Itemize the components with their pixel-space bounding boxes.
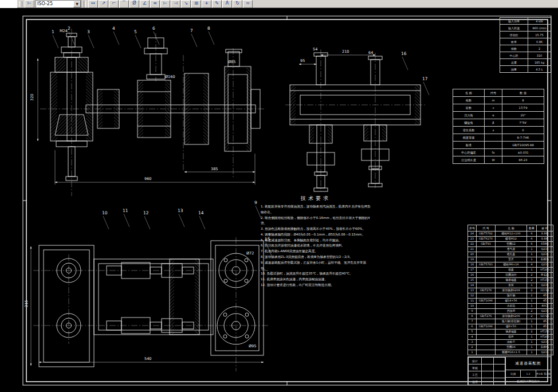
sheet-count: 共1张 第1张 xyxy=(536,370,551,377)
table-header-row: 名 称代号数 值 xyxy=(453,89,544,97)
quick-dimension-button[interactable]: ≡ xyxy=(150,0,160,8)
table-row: 级数2 xyxy=(500,45,551,52)
drawing-canvas[interactable]: 96038532021095Ø160Ø85M24540215Ø72Ø955464… xyxy=(0,8,558,392)
table-row: 审核 xyxy=(469,364,505,371)
toolbar: ⊢ ISO-25 ▼ ↔↗⌐⌒Ø∠≡⊢⊣↘⊞+✎A↻≈ xyxy=(0,0,558,8)
callout-leader-line xyxy=(124,214,129,227)
baseline-dimension-button[interactable]: ⊢ xyxy=(160,0,170,8)
dimension-label: M24 xyxy=(60,29,68,33)
table-row: 批准 xyxy=(469,378,505,385)
table-row: 螺旋角β7°59′ xyxy=(453,119,544,127)
table-row: 23GB/T6170螺母M1268.8级 xyxy=(468,237,553,242)
bom-table: 序号代 号名 称数量材 料备注24GB/T5782螺栓M12×10068.8级2… xyxy=(467,225,553,355)
table-row: 压力角α20° xyxy=(453,112,544,119)
diameter-dimension-button[interactable]: Ø xyxy=(129,0,139,8)
dimension-text-edit-button[interactable]: A xyxy=(222,0,232,8)
callout-leader-line xyxy=(402,57,408,70)
tech-requirement-item: 3. 用涂色法检验齿面接触斑点，按齿高不小于45%，按齿长不小于60%。 xyxy=(261,226,371,232)
dimension-label: 215 xyxy=(24,300,29,307)
tech-requirements-title: 技术要求 xyxy=(261,195,371,202)
part-callout: 10 xyxy=(102,210,108,215)
table-header-row: 序号代 号名 称数量材 料备注 xyxy=(468,225,553,232)
toolbar-buttons: ↔↗⌐⌒Ø∠≡⊢⊣↘⊞+✎A↻≈ xyxy=(88,0,253,8)
part-callout: 2 xyxy=(68,26,70,31)
tolerance-button[interactable]: ⊞ xyxy=(191,0,201,8)
table-row: 油量4.5 L xyxy=(500,66,551,73)
table-row: 18GB/T5783螺栓M6×164Q235 xyxy=(468,262,553,268)
table-row: 工艺 xyxy=(469,371,505,378)
table-row: 10大齿轮140Cr xyxy=(468,304,553,309)
callout-leader-line xyxy=(113,32,119,45)
side-section-view xyxy=(290,53,421,191)
table-row: 模数m8 xyxy=(453,97,544,104)
combobox-arrow-icon[interactable]: ▼ xyxy=(73,1,81,7)
tech-requirement-item: 11. 机体表面涂灰色油漆，内表面涂耐油油漆。 xyxy=(261,277,371,283)
continue-dimension-button[interactable]: ⊣ xyxy=(171,0,180,8)
dimension-update-button[interactable]: ↻ xyxy=(233,0,242,8)
plan-view-hatching xyxy=(170,259,199,335)
part-callout: 12 xyxy=(143,210,149,215)
part-callout: 3 xyxy=(87,29,90,34)
center-mark-button[interactable]: + xyxy=(202,0,211,8)
dimension-label: 385 xyxy=(211,167,218,171)
toolbar-left-pad xyxy=(0,0,17,8)
dimension-label: 320 xyxy=(30,94,34,101)
param-table: 名 称代号数 值模数m8齿数z17/79压力角α20°螺旋角β7°59′变位系数… xyxy=(453,89,544,164)
scale-label: 比例 xyxy=(506,370,521,377)
scale-value: 1:2 xyxy=(521,370,536,377)
part-callout: 16 xyxy=(401,51,407,56)
tech-requirements-list: 1. 装配前所有零件用煤油清洗，滚动轴承用汽油清洗，机体内不允许有任何杂物存在。… xyxy=(261,204,371,288)
table-row: 14套筒1Q235 xyxy=(468,283,553,288)
linear-dimension-lead-button[interactable]: ⊢ xyxy=(25,0,34,8)
callout-leader-line xyxy=(103,216,109,229)
part-callout: 13 xyxy=(178,208,183,213)
dimension-label: 960 xyxy=(144,177,151,181)
dimension-style-button[interactable]: ≈ xyxy=(243,0,253,8)
table-row: 变位系数x0 xyxy=(453,127,544,134)
table-row: 精度等级8-7-7HK xyxy=(453,134,544,142)
table-row: 齿数z17/79 xyxy=(453,104,544,112)
callout-leader-line xyxy=(179,214,184,227)
table-row: 公法线长度W84.23 xyxy=(453,156,544,164)
table-row: 效率0.86 xyxy=(500,38,551,45)
toolbar-grip[interactable] xyxy=(19,1,22,7)
title-block-scale-row: 比例 1:2 共1张 第1张 xyxy=(506,370,551,378)
drawing-title: 减速器装配图 xyxy=(506,357,551,370)
toolbar-separator xyxy=(84,1,86,7)
aligned-dimension-button[interactable]: ↗ xyxy=(99,0,108,8)
part-callout: 6 xyxy=(152,26,155,31)
table-row: 输入功率4 kW xyxy=(500,18,551,25)
radius-dimension-button[interactable]: ⌒ xyxy=(119,0,129,8)
table-row: 总重185 kg xyxy=(500,59,551,66)
tech-requirement-item: 12. 按设计要求进行包装，出厂时应注明制造日期。 xyxy=(261,283,371,288)
side-view-hatching xyxy=(290,85,421,143)
part-callout: 4 xyxy=(112,26,115,31)
part-callout: 7 xyxy=(190,28,193,33)
angular-dimension-button[interactable]: ∠ xyxy=(140,0,150,8)
linear-dimension-button[interactable]: ↔ xyxy=(88,0,98,8)
callout-leader-line xyxy=(423,82,429,95)
tech-requirement-item: 5. 检查减速器剖分面、各接触面及密封处，均不许漏油。 xyxy=(261,238,371,244)
table-row: 5轴承端盖2HT150 xyxy=(468,330,553,335)
tech-requirements-block: 技术要求 1. 装配前所有零件用煤油清洗，滚动轴承用汽油清洗，机体内不允许有任何… xyxy=(261,195,371,288)
ordinate-dimension-button[interactable]: ⌐ xyxy=(109,0,119,8)
tech-requirement-item: 7. 机座内装L-AN68润滑油至规定高度。 xyxy=(261,249,371,254)
callout-leader-line xyxy=(191,34,197,47)
tech-requirement-item: 8. 滚动轴承用ZL-3润滑脂润滑，装填量为轴承空腔的1/2～2/3。 xyxy=(261,254,371,260)
table-row: 4箱座1HT200 xyxy=(468,335,553,340)
callout-leader-line xyxy=(209,32,214,45)
table-row: 20视孔盖1Q235 xyxy=(468,252,553,257)
part-callout: 17 xyxy=(422,76,428,81)
callout-leader-line xyxy=(199,216,205,229)
callout-leader-line xyxy=(154,32,159,45)
tech-requirement-item: 6. 剖分面允许涂密封油漆或水玻璃，不允许使用任何填料。 xyxy=(261,243,371,249)
dimension-label: Ø95 xyxy=(249,344,256,348)
dim-style-combobox[interactable]: ISO-25 ▼ xyxy=(36,0,81,8)
table-row: 19垫片1石棉纸 xyxy=(468,257,553,262)
callout-leader-line xyxy=(88,35,94,48)
quick-leader-button[interactable]: ↘ xyxy=(181,0,191,8)
part-callout: 11 xyxy=(123,208,128,213)
dimension-edit-button[interactable]: ✎ xyxy=(212,0,222,8)
table-row: 24GB/T5782螺栓M12×10068.8级 xyxy=(468,232,553,237)
part-callout: 8 xyxy=(207,26,210,31)
